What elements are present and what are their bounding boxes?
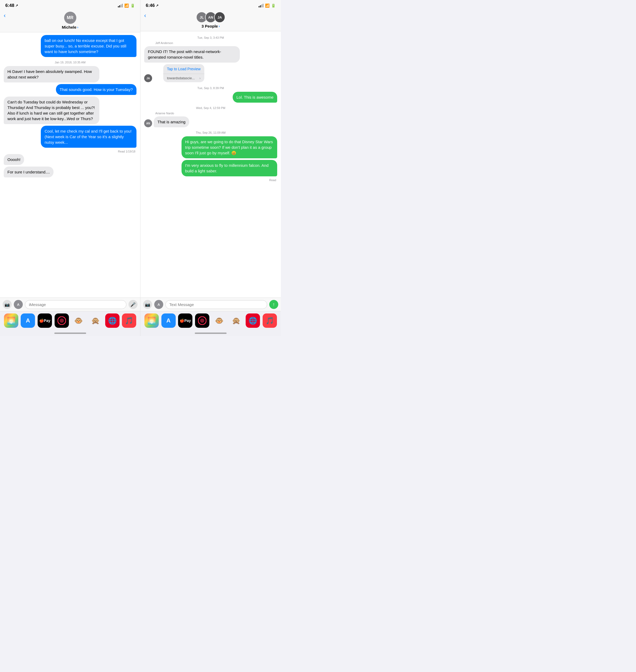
dock-applepay[interactable]: 🍎Pay (178, 313, 192, 328)
dock-activity[interactable] (55, 313, 69, 328)
message-bubble: Hi Dave! I have been absolutely swamped.… (4, 66, 99, 82)
sender-label: Arianne Nardo (155, 112, 277, 115)
timestamp-label: Jan 19, 2018, 10:35 AM (4, 61, 137, 64)
read-receipt: Read (144, 178, 276, 182)
dock-memoji1[interactable]: 🐵 (71, 313, 85, 328)
group-chevron: › (219, 24, 220, 28)
tap-to-load[interactable]: Tap to Load Preview (163, 64, 204, 74)
left-home-indicator (0, 331, 140, 336)
mic-button[interactable]: 🎤 (128, 300, 138, 309)
home-bar (195, 332, 226, 334)
message-row: Hi guys, are we going to do that Disney … (144, 136, 277, 158)
dock-translate[interactable]: 🌐 (246, 313, 260, 328)
camera-button[interactable]: 📷 (143, 300, 152, 309)
right-back-button[interactable]: ‹ (144, 12, 146, 19)
battery-icon: 🔋 (271, 3, 276, 8)
dock-memoji1[interactable]: 🐵 (212, 313, 226, 328)
time-text: 6:46 (146, 3, 155, 8)
link-domain[interactable]: towardsdatascie... › (163, 74, 204, 82)
message-row: For sure I understand.... (4, 167, 137, 177)
appstore-button[interactable]: A (14, 300, 23, 309)
right-status-icons: 📶 🔋 (259, 3, 276, 8)
right-messages-area: Tue, Sep 3, 3:43 PM Jeff Anderson FOUND … (140, 31, 281, 297)
signal-icon (259, 4, 263, 7)
camera-button[interactable]: 📷 (3, 300, 12, 309)
timestamp-label: Tue, Sep 3, 3:43 PM (144, 36, 277, 39)
message-row: Cool, let me check my cal and I'll get b… (4, 126, 137, 148)
message-row: FOUND IT! The post with neural-network-g… (144, 46, 277, 62)
link-preview-row: JA Tap to Load Preview towardsdatascie..… (144, 64, 277, 82)
avatar-ja-small: JA (144, 74, 152, 82)
dock-translate[interactable]: 🌐 (105, 313, 120, 328)
left-status-icons: 📶 🔋 (118, 3, 135, 8)
message-row: Ooooh! (4, 154, 137, 165)
contact-chevron: › (77, 25, 78, 29)
right-status-bar: 6:46 ↗ 📶 🔋 (140, 0, 281, 10)
time-text: 6:48 (5, 3, 14, 8)
message-row: ball on our lunch! No excuse except that… (4, 35, 137, 57)
text-message-input[interactable] (165, 300, 267, 309)
left-input-bar: 📷 A 🎤 (0, 297, 140, 311)
timestamp-label: Wed, Sep 4, 12:59 PM (144, 106, 277, 110)
timestamp-label: Tue, Sep 3, 8:39 PM (144, 87, 277, 90)
message-bubble: Lol. This is awesome (233, 92, 277, 103)
location-icon: ↗ (156, 4, 158, 7)
dock-music[interactable]: 🎵 (263, 313, 277, 328)
contact-avatar: MR (64, 12, 76, 24)
right-time: 6:46 ↗ (146, 3, 158, 8)
message-bubble: Ooooh! (4, 154, 24, 165)
battery-icon: 🔋 (131, 3, 135, 8)
left-time: 6:48 ↗ (5, 3, 18, 8)
timestamp-label: Thu, Sep 26, 11:09 AM (144, 131, 277, 134)
signal-icon (118, 4, 123, 7)
message-bubble: For sure I understand.... (4, 167, 54, 177)
message-row: AN That is amazing (144, 116, 277, 127)
dock-photos[interactable]: 🌅 (144, 313, 159, 328)
dock-photos[interactable]: 🌅 (4, 313, 18, 328)
left-nav-header: ‹ MR Michele › (0, 10, 140, 32)
dock-music[interactable]: 🎵 (122, 313, 136, 328)
avatar-ja: JA (214, 12, 225, 23)
group-avatars: JL AN JA (196, 12, 225, 23)
svg-point-1 (60, 319, 64, 323)
wifi-icon: 📶 (124, 3, 129, 8)
right-dock: 🌅 A 🍎Pay 🐵 🙊 🌐 🎵 (140, 311, 281, 331)
left-status-bar: 6:48 ↗ 📶 🔋 (0, 0, 140, 10)
svg-point-3 (200, 319, 204, 323)
link-chevron-icon: › (200, 76, 201, 80)
dock-memoji2[interactable]: 🙊 (229, 313, 243, 328)
message-bubble: I'm very anxious to fly to millennium fa… (181, 160, 277, 176)
message-bubble: That sounds good. How is your Tuesday? (56, 84, 137, 95)
imessage-input[interactable] (25, 300, 126, 309)
send-button[interactable]: ↑ (269, 300, 278, 309)
message-bubble: ball on our lunch! No excuse except that… (41, 35, 137, 57)
read-receipt: Read 1/19/18 (4, 150, 135, 153)
right-nav-header: ‹ JL AN JA 3 People › (140, 10, 281, 31)
message-row: Hi Dave! I have been absolutely swamped.… (4, 66, 137, 82)
message-row: I'm very anxious to fly to millennium fa… (144, 160, 277, 176)
sender-label: Jeff Anderson (155, 41, 277, 44)
dock-appstore[interactable]: A (21, 313, 35, 328)
appstore-button[interactable]: A (154, 300, 163, 309)
message-row: Lol. This is awesome (144, 92, 277, 103)
right-panel: 6:46 ↗ 📶 🔋 ‹ JL AN JA 3 People › (140, 0, 281, 336)
wifi-icon: 📶 (265, 3, 270, 8)
link-preview-bubble[interactable]: Tap to Load Preview towardsdatascie... › (163, 64, 204, 82)
contact-name[interactable]: Michele › (62, 25, 78, 30)
message-bubble: FOUND IT! The post with neural-network-g… (144, 46, 240, 62)
dock-applepay[interactable]: 🍎Pay (38, 313, 52, 328)
left-messages-area: ball on our lunch! No excuse except that… (0, 32, 140, 297)
message-bubble: Can't do Tuesday but could do Wednesday … (4, 97, 99, 124)
group-name[interactable]: 3 People › (201, 24, 220, 28)
message-bubble: Hi guys, are we going to do that Disney … (181, 136, 277, 158)
avatar-an-small: AN (144, 119, 152, 127)
right-input-bar: 📷 A ↑ (140, 297, 281, 311)
dock-memoji2[interactable]: 🙊 (88, 313, 103, 328)
message-bubble: Cool, let me check my cal and I'll get b… (41, 126, 137, 148)
home-bar (54, 332, 86, 334)
dock-activity[interactable] (195, 313, 210, 328)
message-bubble: That is amazing (154, 116, 189, 127)
dock-appstore[interactable]: A (161, 313, 176, 328)
left-back-button[interactable]: ‹ (4, 12, 5, 19)
right-home-indicator (140, 331, 281, 336)
